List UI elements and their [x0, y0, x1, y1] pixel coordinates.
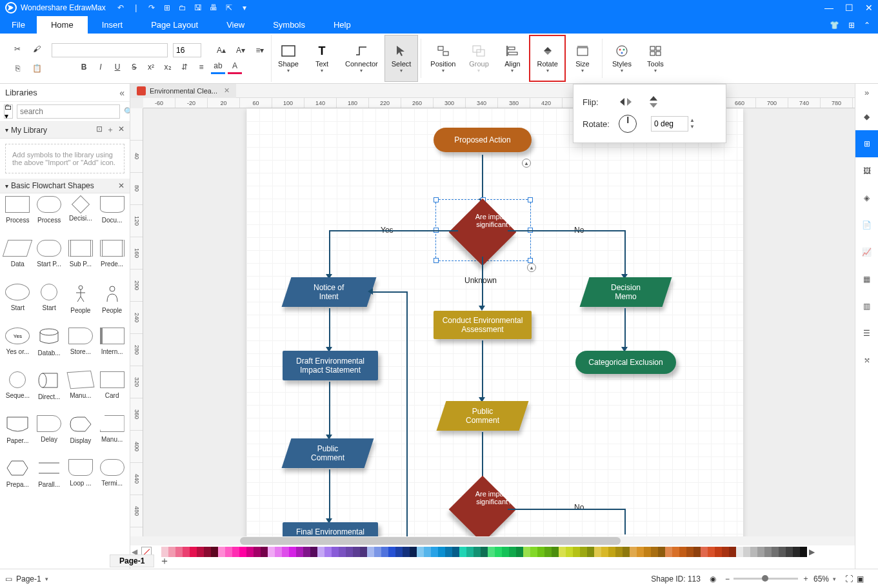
- rotation-dial[interactable]: [619, 115, 637, 133]
- connector[interactable]: [329, 382, 330, 436]
- color-swatch[interactable]: [736, 547, 743, 557]
- library-shape[interactable]: Start: [3, 284, 33, 326]
- color-swatch[interactable]: [424, 547, 431, 557]
- color-swatch[interactable]: [502, 547, 509, 557]
- color-swatch[interactable]: [303, 547, 310, 557]
- color-swatch[interactable]: [615, 547, 623, 557]
- position-button[interactable]: Position▾: [424, 35, 462, 82]
- tab-pagelayout[interactable]: Page Layout: [137, 16, 212, 34]
- are-impacts-node-2[interactable]: Are impacts significant?: [449, 476, 517, 544]
- color-swatch[interactable]: [410, 547, 417, 557]
- bold-icon[interactable]: B: [77, 60, 91, 74]
- library-shape[interactable]: People: [97, 284, 127, 326]
- color-swatch[interactable]: [516, 547, 523, 557]
- connector[interactable]: [624, 230, 626, 275]
- connector[interactable]: [329, 230, 330, 275]
- categorical-exclusion-node[interactable]: Categorical Exclusion: [575, 351, 676, 374]
- color-swatch[interactable]: [729, 547, 736, 557]
- public-comment-node-r[interactable]: Public Comment: [437, 401, 529, 431]
- color-swatch[interactable]: [282, 547, 289, 557]
- color-swatch[interactable]: [772, 547, 779, 557]
- minimize-icon[interactable]: —: [824, 3, 833, 13]
- fill-icon[interactable]: ◆: [855, 103, 879, 130]
- library-shape[interactable]: Data: [3, 240, 33, 282]
- color-swatch[interactable]: [403, 547, 410, 557]
- library-shape[interactable]: Loop ...: [66, 459, 96, 502]
- tab-file[interactable]: File: [0, 16, 37, 34]
- color-swatch[interactable]: [623, 547, 630, 557]
- connector[interactable]: [329, 230, 458, 231]
- doc-tab-close-icon[interactable]: ✕: [224, 86, 230, 95]
- tab-insert[interactable]: Insert: [88, 16, 137, 34]
- color-swatch[interactable]: [779, 547, 786, 557]
- color-swatch[interactable]: [580, 547, 587, 557]
- layout-icon[interactable]: ⊞: [855, 130, 879, 157]
- font-color-icon[interactable]: A: [228, 60, 242, 74]
- layers-icon[interactable]: ◈: [855, 184, 879, 211]
- print-icon[interactable]: 🖶: [208, 2, 219, 14]
- paste-icon[interactable]: 📋: [30, 61, 44, 75]
- select-button[interactable]: Select▾: [384, 35, 419, 82]
- library-shape[interactable]: Manu...: [97, 415, 127, 458]
- rotation-down-icon[interactable]: ▼: [690, 124, 695, 130]
- qat-more-icon[interactable]: ▾: [239, 2, 250, 14]
- color-swatch[interactable]: [764, 547, 772, 557]
- group-button[interactable]: Group▾: [462, 35, 495, 82]
- color-swatch[interactable]: [672, 547, 679, 557]
- page-tab[interactable]: Page-1: [110, 554, 154, 567]
- color-swatch[interactable]: [296, 547, 303, 557]
- open-icon[interactable]: 🗀: [177, 2, 188, 14]
- list-icon[interactable]: ☰: [855, 320, 879, 347]
- library-shape[interactable]: Paper...: [3, 415, 33, 458]
- bar-icon[interactable]: ▥: [855, 293, 879, 320]
- color-swatch[interactable]: [417, 547, 424, 557]
- chart-icon[interactable]: 📈: [855, 239, 879, 266]
- font-family-select[interactable]: [52, 43, 168, 57]
- section-close-icon[interactable]: ✕: [118, 124, 125, 135]
- library-shape[interactable]: Delay: [34, 415, 65, 458]
- color-swatch[interactable]: [317, 547, 324, 557]
- color-swatch[interactable]: [452, 547, 459, 557]
- close-icon[interactable]: ✕: [865, 3, 873, 13]
- color-swatch[interactable]: [686, 547, 693, 557]
- search-icon[interactable]: 🔍: [124, 107, 130, 116]
- decision-memo-node[interactable]: Decision Memo: [580, 277, 672, 307]
- library-shape[interactable]: Card: [97, 371, 127, 414]
- color-swatch[interactable]: [197, 547, 204, 557]
- library-shape[interactable]: Datab...: [34, 328, 65, 370]
- table-icon[interactable]: ▦: [855, 266, 879, 293]
- color-swatch[interactable]: [715, 547, 722, 557]
- text-button[interactable]: T Text▾: [305, 35, 339, 82]
- connector-button[interactable]: Connector▾: [339, 35, 384, 82]
- color-swatch[interactable]: [750, 547, 757, 557]
- import-icon[interactable]: ⊡: [96, 124, 103, 135]
- page-layout-icon[interactable]: ▭: [5, 574, 12, 583]
- color-swatch[interactable]: [757, 547, 764, 557]
- conduct-assessment-node[interactable]: Conduct Environmental Assessment: [434, 311, 532, 339]
- color-swatch[interactable]: [495, 547, 502, 557]
- tab-view[interactable]: View: [212, 16, 259, 34]
- export-icon[interactable]: ⇱: [223, 2, 235, 14]
- library-shape[interactable]: Start P...: [34, 240, 65, 282]
- public-comment-node-l[interactable]: Public Comment: [282, 438, 374, 468]
- color-swatch[interactable]: [601, 547, 608, 557]
- library-shape[interactable]: Manu...: [66, 371, 96, 414]
- color-swatch[interactable]: [544, 547, 552, 557]
- underline-icon[interactable]: U: [110, 60, 125, 74]
- color-swatch[interactable]: [190, 547, 197, 557]
- color-swatch[interactable]: [651, 547, 658, 557]
- format-painter-icon[interactable]: 🖌: [30, 42, 44, 56]
- library-shape[interactable]: Process: [34, 196, 65, 239]
- rotation-input[interactable]: [651, 116, 688, 132]
- collapse-ribbon-icon[interactable]: ⌃: [864, 21, 870, 30]
- color-swatch[interactable]: [793, 547, 800, 557]
- grid-icon[interactable]: ⊞: [848, 21, 855, 30]
- color-swatch[interactable]: [204, 547, 211, 557]
- connector[interactable]: [329, 469, 330, 520]
- undo-icon[interactable]: ↶: [115, 2, 126, 14]
- connector[interactable]: [508, 509, 625, 510]
- color-swatch[interactable]: [388, 547, 395, 557]
- italic-icon[interactable]: I: [94, 60, 108, 74]
- horizontal-scrollbar[interactable]: [130, 536, 855, 545]
- color-swatch[interactable]: [374, 547, 381, 557]
